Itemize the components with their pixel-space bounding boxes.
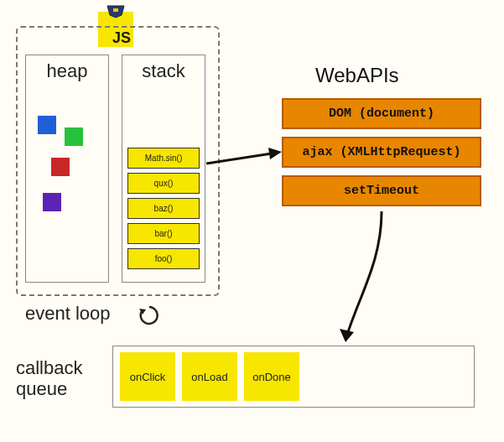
webapi-item: ajax (XMLHttpRequest) bbox=[282, 137, 481, 168]
stack-column: stack Math.sin()qux()baz()bar()foo() bbox=[122, 55, 205, 283]
svg-marker-4 bbox=[340, 329, 354, 342]
stack-frame: Math.sin() bbox=[127, 148, 200, 169]
heap-title: heap bbox=[26, 54, 108, 82]
callback-queue-label: callback queue bbox=[16, 357, 82, 400]
svg-rect-0 bbox=[113, 8, 118, 12]
stack-frame: baz() bbox=[127, 198, 200, 219]
webapi-item: DOM (document) bbox=[282, 98, 481, 129]
stack-frame: foo() bbox=[127, 248, 200, 269]
stack-items: Math.sin()qux()baz()bar()foo() bbox=[127, 148, 200, 269]
event-loop-label: event loop bbox=[25, 303, 111, 325]
webapi-item: setTimeout bbox=[282, 175, 481, 206]
heap-object bbox=[38, 116, 56, 134]
svg-line-2 bbox=[206, 153, 272, 164]
loop-icon bbox=[138, 304, 161, 327]
js-shield-icon bbox=[107, 5, 125, 18]
arrow-stack-to-webapis-icon bbox=[205, 147, 282, 172]
webapis-title: WebAPIs bbox=[315, 64, 399, 87]
stack-title: stack bbox=[122, 54, 205, 82]
heap-object bbox=[43, 193, 61, 211]
callback-queue: onClickonLoadonDone bbox=[112, 346, 475, 408]
svg-marker-3 bbox=[268, 148, 282, 159]
callback-item: onLoad bbox=[182, 352, 237, 401]
callback-item: onClick bbox=[120, 352, 175, 401]
webapi-list: DOM (document)ajax (XMLHttpRequest)setTi… bbox=[282, 98, 481, 206]
heap-object bbox=[65, 127, 83, 146]
heap-object bbox=[51, 158, 70, 176]
stack-frame: bar() bbox=[127, 223, 200, 244]
callback-label-1: callback bbox=[16, 357, 82, 378]
callback-item: onDone bbox=[244, 352, 299, 401]
arrow-webapis-to-queue-icon bbox=[335, 210, 394, 344]
heap-column: heap bbox=[25, 55, 109, 283]
stack-frame: qux() bbox=[127, 173, 200, 194]
callback-label-2: queue bbox=[16, 378, 67, 399]
